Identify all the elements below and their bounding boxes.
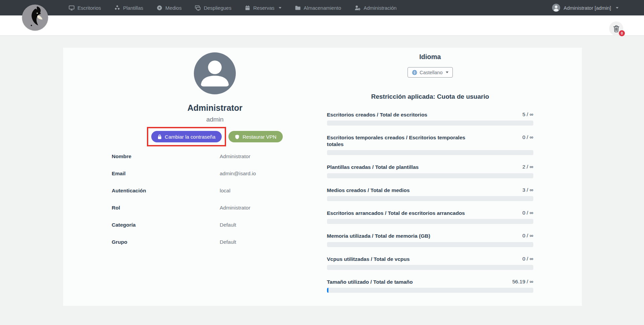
quota-label: Vcpus utilitzadas / Total de vcpus bbox=[327, 256, 410, 262]
trash-button[interactable]: 0 bbox=[609, 21, 623, 36]
profile-fields: Nombre Administrator Email admin@isard.i… bbox=[112, 153, 318, 256]
desktop-icon bbox=[69, 5, 74, 11]
user-avatar-icon bbox=[552, 4, 560, 12]
field-row-email: Email admin@isard.io bbox=[112, 171, 318, 180]
quota-value: 56.19 / ∞ bbox=[512, 279, 533, 285]
display-name: Administrator bbox=[187, 103, 243, 113]
field-label: Autenticación bbox=[112, 188, 220, 194]
field-row-autenticacion: Autenticación local bbox=[112, 188, 318, 197]
toolbar-bar bbox=[0, 15, 644, 36]
profile-card: Administrator admin Cambiar la contraseñ… bbox=[63, 48, 582, 306]
quota-row-templates: Plantillas creadas / Total de plantillas… bbox=[327, 164, 534, 178]
restore-vpn-label: Restaurar VPN bbox=[243, 134, 276, 140]
language-title: Idioma bbox=[419, 53, 441, 61]
nav-item-reservas[interactable]: Reservas bbox=[245, 5, 281, 11]
nav-label: Escritorios bbox=[77, 5, 101, 11]
quota-value: 5 / ∞ bbox=[522, 111, 533, 118]
field-value: Default bbox=[220, 239, 318, 245]
user-menu-label: Administrator [admin] bbox=[564, 5, 611, 11]
field-label: Rol bbox=[112, 205, 220, 211]
nav-item-escritorios[interactable]: Escritorios bbox=[69, 5, 101, 11]
quota-label: Escritorios creados / Total de escritori… bbox=[327, 111, 427, 118]
profile-column: Administrator admin Cambiar la contraseñ… bbox=[112, 52, 318, 306]
quota-row-memory: Memoria utilizada / Total de memoria (GB… bbox=[327, 233, 534, 247]
quota-row-temporal-desktops: Escritorios temporales creados / Escrito… bbox=[327, 134, 534, 155]
nav-label: Almacenamiento bbox=[304, 5, 341, 11]
nav-item-plantillas[interactable]: Plantillas bbox=[114, 5, 143, 11]
nav-item-administracion[interactable]: Administración bbox=[355, 5, 396, 11]
progress-bar bbox=[327, 288, 534, 293]
profile-actions: Cambiar la contraseña Restaurar VPN bbox=[147, 127, 283, 146]
quota-value: 0 / ∞ bbox=[522, 134, 533, 140]
field-label: Email bbox=[112, 171, 220, 177]
quota-label: Plantillas creadas / Total de plantillas bbox=[327, 164, 419, 170]
highlight-box: Cambiar la contraseña bbox=[147, 127, 226, 146]
quota-value: 3 / ∞ bbox=[522, 187, 533, 193]
field-value: Default bbox=[220, 222, 318, 228]
progress-bar bbox=[327, 219, 534, 224]
nav-label: Administración bbox=[364, 5, 396, 11]
user-menu[interactable]: Administrator [admin] bbox=[552, 4, 619, 12]
restore-vpn-button[interactable]: Restaurar VPN bbox=[228, 131, 283, 142]
field-value: Administrator bbox=[220, 205, 318, 211]
lock-icon bbox=[158, 134, 162, 139]
quota-value: 2 / ∞ bbox=[522, 164, 533, 170]
trash-icon bbox=[613, 25, 620, 32]
quota-label: Escritorios temporales creados / Escrito… bbox=[327, 134, 475, 147]
quota-value: 0 / ∞ bbox=[522, 233, 533, 239]
field-row-nombre: Nombre Administrator bbox=[112, 153, 318, 163]
quota-title: Restricción aplicada: Cuota de usuario bbox=[371, 93, 489, 100]
quota-label: Medios creados / Total de medios bbox=[327, 187, 410, 193]
field-value: local bbox=[220, 188, 318, 194]
nav-label: Medios bbox=[165, 5, 181, 11]
field-value: Administrator bbox=[220, 153, 318, 159]
progress-bar bbox=[327, 242, 534, 247]
quota-label: Memoria utilizada / Total de memoria (GB… bbox=[327, 233, 430, 239]
quota-row-started-desktops: Escritorios arrancados / Total de escrit… bbox=[327, 210, 534, 224]
quota-label: Tamaño utilizado / Total de tamaño bbox=[327, 279, 413, 285]
field-row-categoria: Categoría Default bbox=[112, 222, 318, 231]
globe-icon bbox=[412, 70, 417, 75]
username: admin bbox=[206, 116, 224, 123]
quota-list: Escritorios creados / Total de escritori… bbox=[327, 111, 534, 301]
progress-bar bbox=[327, 265, 534, 270]
top-navbar: Escritorios Plantillas Medios Despliegue… bbox=[0, 0, 644, 15]
calendar-icon bbox=[245, 5, 250, 11]
language-selected: Castellano bbox=[420, 70, 443, 75]
chevron-down-icon bbox=[616, 7, 619, 9]
nav-items: Escritorios Plantillas Medios Despliegue… bbox=[0, 5, 396, 11]
shield-icon bbox=[235, 134, 239, 139]
avatar bbox=[194, 52, 236, 94]
isard-logo[interactable] bbox=[22, 4, 48, 31]
folder-icon bbox=[295, 5, 301, 11]
field-label: Grupo bbox=[112, 239, 220, 245]
nav-item-medios[interactable]: Medios bbox=[157, 5, 181, 11]
field-row-grupo: Grupo Default bbox=[112, 239, 318, 248]
quota-value: 0 / ∞ bbox=[522, 210, 533, 216]
cubes-icon bbox=[114, 5, 120, 11]
field-label: Categoría bbox=[112, 222, 220, 228]
change-password-button[interactable]: Cambiar la contraseña bbox=[151, 131, 222, 142]
nav-item-despliegues[interactable]: Despliegues bbox=[195, 5, 231, 11]
quota-row-media: Medios creados / Total de medios 3 / ∞ bbox=[327, 187, 534, 201]
language-dropdown[interactable]: Castellano bbox=[408, 67, 453, 78]
nav-label: Despliegues bbox=[204, 5, 231, 11]
quota-row-size: Tamaño utilizado / Total de tamaño 56.19… bbox=[327, 279, 534, 293]
quota-label: Escritorios arrancados / Total de escrit… bbox=[327, 210, 465, 216]
progress-bar bbox=[327, 150, 534, 155]
deployments-icon bbox=[195, 5, 201, 11]
nav-item-almacenamiento[interactable]: Almacenamiento bbox=[295, 5, 341, 11]
progress-fill bbox=[327, 288, 329, 293]
chevron-down-icon bbox=[279, 7, 281, 9]
trash-badge: 0 bbox=[619, 30, 625, 36]
quota-column: Idioma Castellano Restricción aplicada: … bbox=[327, 52, 534, 306]
field-row-rol: Rol Administrator bbox=[112, 205, 318, 214]
disc-icon bbox=[157, 5, 162, 11]
quota-row-desktops: Escritorios creados / Total de escritori… bbox=[327, 111, 534, 126]
nav-label: Plantillas bbox=[123, 5, 143, 11]
chevron-down-icon bbox=[446, 72, 448, 73]
user-gear-icon bbox=[355, 5, 361, 11]
progress-bar bbox=[327, 196, 534, 201]
progress-bar bbox=[327, 121, 534, 126]
nav-label: Reservas bbox=[253, 5, 274, 11]
